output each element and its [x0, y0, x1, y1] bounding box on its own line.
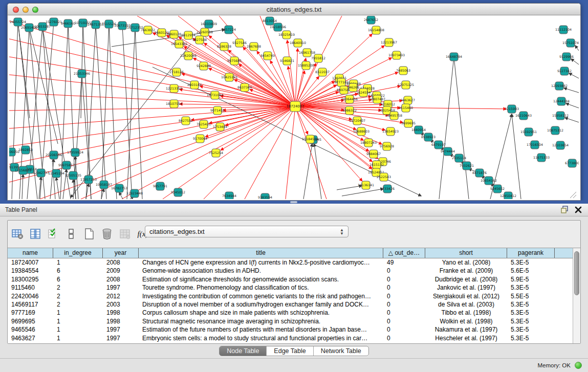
table-cell[interactable]: 1997	[103, 325, 139, 334]
network-edge[interactable]	[9, 93, 295, 106]
table-cell[interactable]: 9115460	[8, 283, 53, 292]
network-edge[interactable]	[439, 57, 454, 199]
network-edge[interactable]	[295, 106, 362, 181]
table-cell[interactable]: 19384554	[8, 267, 53, 275]
network-edge[interactable]	[182, 74, 295, 106]
table-cell[interactable]: 1997	[103, 334, 139, 342]
table-cell[interactable]: 1	[53, 309, 103, 317]
import-table-button[interactable]	[118, 227, 132, 240]
table-row[interactable]: 969969511998Structural magnetic resonanc…	[8, 317, 573, 325]
table-cell[interactable]: 2012	[103, 292, 139, 300]
column-header-out_de[interactable]: △ out_de…	[383, 248, 425, 258]
table-row[interactable]: 1830029562008Estimation of significance …	[8, 275, 573, 283]
table-cell[interactable]: 2008	[103, 258, 139, 267]
table-row[interactable]: 1456911722003Disruption of a novel membe…	[8, 300, 573, 309]
network-edge[interactable]	[303, 144, 312, 199]
table-cell[interactable]: Nakamura et al. (1997)	[425, 325, 507, 334]
network-edge[interactable]	[566, 103, 579, 108]
network-edge[interactable]	[127, 28, 135, 199]
table-cell[interactable]: 2	[53, 292, 103, 300]
table-row[interactable]: 946362711997Embryonic stem cells: a mode…	[8, 334, 573, 342]
table-selector-dropdown[interactable]: citations_edges.txt ▲▼	[145, 226, 349, 237]
scrollbar-thumb[interactable]	[574, 251, 579, 295]
network-edge[interactable]	[569, 73, 579, 78]
table-cell[interactable]: 2009	[103, 267, 139, 275]
network-edge[interactable]	[564, 88, 579, 93]
network-edge[interactable]	[184, 47, 295, 106]
table-cell[interactable]: 2	[53, 283, 103, 292]
table-cell[interactable]: Changes of HCN gene expression and I(f) …	[139, 258, 383, 267]
network-window-titlebar[interactable]: citations_edges.txt	[8, 4, 580, 15]
table-cell[interactable]: Disruption of a novel member of a sodium…	[139, 300, 383, 309]
close-panel-icon[interactable]	[575, 206, 582, 213]
table-cell[interactable]: 1998	[103, 317, 139, 325]
table-cell[interactable]: Genome-wide association studies in ADHD.	[139, 267, 383, 275]
delete-table-button[interactable]	[100, 227, 114, 240]
tab-node-table[interactable]: Node Table	[220, 346, 267, 356]
table-cell[interactable]: 22420046	[8, 292, 53, 300]
table-cell[interactable]: 5.3E-5	[507, 283, 555, 292]
column-header-in_degree[interactable]: in_degree	[53, 248, 103, 258]
table-cell[interactable]: 0	[383, 334, 425, 342]
table-cell[interactable]: 0	[383, 292, 425, 300]
table-cell[interactable]: 5.3E-5	[507, 300, 555, 309]
table-cell[interactable]: 5.3E-5	[507, 258, 555, 267]
network-edge[interactable]	[565, 118, 579, 122]
network-edge[interactable]	[342, 189, 383, 196]
table-cell[interactable]: Franke et al. (2009)	[425, 267, 507, 275]
table-cell[interactable]: 0	[383, 317, 425, 325]
network-edge[interactable]	[571, 59, 579, 64]
table-cell[interactable]: Investigating the contribution of common…	[139, 292, 383, 300]
table-cell[interactable]: 1997	[103, 283, 139, 292]
network-edge[interactable]	[101, 24, 109, 199]
table-cell[interactable]: 6	[53, 275, 103, 283]
network-edge[interactable]	[122, 26, 132, 199]
table-cell[interactable]: Wolkin et al. (1998)	[425, 317, 507, 325]
table-cell[interactable]: Estimation of the future numbers of pati…	[139, 325, 383, 334]
table-cell[interactable]: 1	[53, 317, 103, 325]
table-cell[interactable]: Structural magnetic resonance image aver…	[139, 317, 383, 325]
network-edge[interactable]	[96, 25, 106, 199]
table-cell[interactable]: 49	[383, 258, 425, 267]
network-edge[interactable]	[245, 106, 295, 199]
column-header-short[interactable]: short	[425, 248, 507, 258]
table-cell[interactable]: 0	[383, 275, 425, 283]
table-row[interactable]: 946554611997Estimation of the future num…	[8, 325, 573, 334]
table-cell[interactable]: 14569117	[8, 300, 53, 309]
table-cell[interactable]: Dudbridge et al. (2008)	[425, 275, 507, 283]
table-cell[interactable]: 1	[53, 325, 103, 334]
table-settings-button[interactable]	[11, 227, 24, 240]
table-cell[interactable]: de Silva et al. (2003)	[425, 300, 507, 309]
network-view-window[interactable]: citations_edges.txt 24055724206914061065…	[7, 3, 581, 201]
tab-edge-table[interactable]: Edge Table	[267, 346, 313, 356]
table-cell[interactable]: Corpus callosum shape and size in male p…	[139, 309, 383, 317]
network-graph[interactable]: 2405572420691406106532871527602184661601…	[9, 16, 579, 199]
table-cell[interactable]: 0	[383, 267, 425, 275]
table-cell[interactable]: 2003	[103, 300, 139, 309]
network-edge[interactable]	[288, 67, 295, 106]
table-cell[interactable]: 5.3E-5	[507, 325, 555, 334]
network-edge[interactable]	[119, 192, 123, 199]
show-columns-button[interactable]	[29, 227, 42, 240]
table-cell[interactable]: Stergiakouli et al. (2012)	[425, 292, 507, 300]
tab-network-table[interactable]: Network Table	[314, 346, 368, 356]
table-cell[interactable]: 6	[53, 267, 103, 275]
network-edge[interactable]	[314, 144, 321, 199]
table-cell[interactable]: 5.3E-5	[507, 317, 555, 325]
network-edge[interactable]	[573, 195, 576, 198]
table-cell[interactable]: Tibbo et al. (1998)	[425, 309, 507, 317]
table-row[interactable]: 977716911998Corpus callosum shape and si…	[8, 309, 573, 317]
row-height-button[interactable]	[64, 227, 78, 240]
table-cell[interactable]: 1998	[103, 309, 139, 317]
table-cell[interactable]: 5.6E-5	[507, 267, 555, 275]
table-cell[interactable]: 2008	[103, 275, 139, 283]
table-row[interactable]: 1872400712008Changes of HCN gene express…	[8, 258, 573, 267]
create-new-table-button[interactable]	[82, 227, 96, 240]
table-row[interactable]: 1938455462009Genome-wide association stu…	[8, 267, 573, 275]
table-cell[interactable]: 1	[53, 258, 103, 267]
table-cell[interactable]: 18300295	[8, 275, 53, 283]
table-vertical-scrollbar[interactable]	[573, 248, 580, 343]
table-cell[interactable]: 18724007	[8, 258, 53, 267]
table-cell[interactable]: Hescheler et al. (1997)	[425, 334, 507, 342]
column-header-name[interactable]: name	[8, 248, 53, 258]
